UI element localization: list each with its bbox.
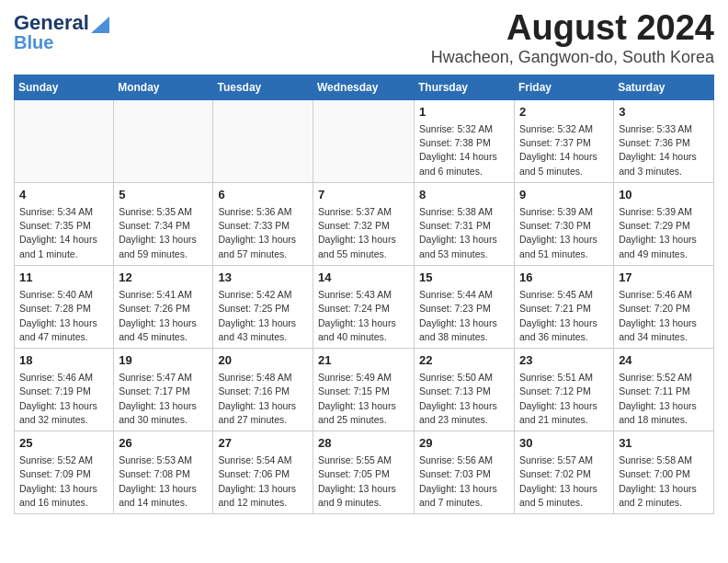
calendar-cell-6: 3Sunrise: 5:33 AM Sunset: 7:36 PM Daylig… bbox=[614, 99, 714, 182]
day-info-6: Sunrise: 5:36 AM Sunset: 7:33 PM Dayligh… bbox=[218, 205, 308, 261]
logo: General Blue bbox=[14, 13, 109, 52]
day-info-7: Sunrise: 5:37 AM Sunset: 7:32 PM Dayligh… bbox=[318, 205, 409, 261]
calendar-cell-27: 24Sunrise: 5:52 AM Sunset: 7:11 PM Dayli… bbox=[614, 348, 714, 431]
calendar-week-3: 11Sunrise: 5:40 AM Sunset: 7:28 PM Dayli… bbox=[15, 265, 714, 348]
day-number-19: 19 bbox=[119, 352, 208, 369]
day-number-1: 1 bbox=[419, 104, 509, 121]
calendar-cell-0 bbox=[15, 99, 114, 182]
calendar-cell-33: 30Sunrise: 5:57 AM Sunset: 7:02 PM Dayli… bbox=[515, 431, 614, 514]
calendar-cell-20: 17Sunrise: 5:46 AM Sunset: 7:20 PM Dayli… bbox=[614, 265, 714, 348]
calendar-title: August 2024 bbox=[431, 9, 714, 48]
day-number-24: 24 bbox=[619, 352, 709, 369]
day-info-10: Sunrise: 5:39 AM Sunset: 7:29 PM Dayligh… bbox=[619, 205, 709, 261]
page-header: General Blue August 2024 Hwacheon, Gangw… bbox=[14, 9, 714, 67]
day-number-5: 5 bbox=[119, 187, 208, 203]
day-info-18: Sunrise: 5:46 AM Sunset: 7:19 PM Dayligh… bbox=[19, 371, 108, 427]
day-info-12: Sunrise: 5:41 AM Sunset: 7:26 PM Dayligh… bbox=[119, 288, 208, 344]
day-info-3: Sunrise: 5:33 AM Sunset: 7:36 PM Dayligh… bbox=[619, 122, 709, 178]
day-info-30: Sunrise: 5:57 AM Sunset: 7:02 PM Dayligh… bbox=[519, 454, 609, 510]
calendar-table: Sunday Monday Tuesday Wednesday Thursday… bbox=[14, 75, 714, 514]
calendar-cell-17: 14Sunrise: 5:43 AM Sunset: 7:24 PM Dayli… bbox=[313, 265, 415, 348]
day-number-30: 30 bbox=[519, 435, 609, 452]
day-info-11: Sunrise: 5:40 AM Sunset: 7:28 PM Dayligh… bbox=[19, 288, 108, 344]
calendar-cell-30: 27Sunrise: 5:54 AM Sunset: 7:06 PM Dayli… bbox=[213, 431, 313, 514]
day-info-26: Sunrise: 5:53 AM Sunset: 7:08 PM Dayligh… bbox=[119, 454, 208, 510]
day-number-3: 3 bbox=[619, 104, 709, 121]
day-info-19: Sunrise: 5:47 AM Sunset: 7:17 PM Dayligh… bbox=[119, 371, 208, 427]
day-number-4: 4 bbox=[19, 187, 108, 203]
calendar-cell-12: 9Sunrise: 5:39 AM Sunset: 7:30 PM Daylig… bbox=[515, 182, 614, 265]
calendar-cell-7: 4Sunrise: 5:34 AM Sunset: 7:35 PM Daylig… bbox=[15, 182, 114, 265]
day-info-31: Sunrise: 5:58 AM Sunset: 7:00 PM Dayligh… bbox=[619, 454, 709, 510]
day-number-8: 8 bbox=[419, 187, 509, 203]
calendar-cell-10: 7Sunrise: 5:37 AM Sunset: 7:32 PM Daylig… bbox=[313, 182, 415, 265]
calendar-cell-19: 16Sunrise: 5:45 AM Sunset: 7:21 PM Dayli… bbox=[515, 265, 614, 348]
calendar-week-4: 18Sunrise: 5:46 AM Sunset: 7:19 PM Dayli… bbox=[15, 348, 714, 431]
calendar-week-2: 4Sunrise: 5:34 AM Sunset: 7:35 PM Daylig… bbox=[15, 182, 714, 265]
calendar-cell-14: 11Sunrise: 5:40 AM Sunset: 7:28 PM Dayli… bbox=[15, 265, 114, 348]
calendar-cell-25: 22Sunrise: 5:50 AM Sunset: 7:13 PM Dayli… bbox=[415, 348, 515, 431]
header-wednesday: Wednesday bbox=[313, 75, 415, 99]
day-number-10: 10 bbox=[619, 187, 709, 203]
calendar-cell-28: 25Sunrise: 5:52 AM Sunset: 7:09 PM Dayli… bbox=[15, 431, 114, 514]
calendar-cell-4: 1Sunrise: 5:32 AM Sunset: 7:38 PM Daylig… bbox=[415, 99, 515, 182]
day-number-16: 16 bbox=[519, 270, 609, 286]
day-number-25: 25 bbox=[19, 435, 108, 452]
day-number-17: 17 bbox=[619, 270, 709, 286]
day-info-1: Sunrise: 5:32 AM Sunset: 7:38 PM Dayligh… bbox=[419, 122, 509, 178]
header-monday: Monday bbox=[114, 75, 213, 99]
header-saturday: Saturday bbox=[614, 75, 714, 99]
day-number-13: 13 bbox=[218, 270, 308, 286]
day-info-25: Sunrise: 5:52 AM Sunset: 7:09 PM Dayligh… bbox=[19, 454, 108, 510]
day-number-11: 11 bbox=[19, 270, 108, 286]
calendar-cell-3 bbox=[313, 99, 415, 182]
day-number-2: 2 bbox=[519, 104, 609, 121]
day-number-26: 26 bbox=[119, 435, 208, 452]
day-info-17: Sunrise: 5:46 AM Sunset: 7:20 PM Dayligh… bbox=[619, 288, 709, 344]
day-number-21: 21 bbox=[318, 352, 409, 369]
calendar-cell-32: 29Sunrise: 5:56 AM Sunset: 7:03 PM Dayli… bbox=[415, 431, 515, 514]
calendar-cell-2 bbox=[213, 99, 313, 182]
svg-marker-0 bbox=[91, 17, 109, 33]
day-number-18: 18 bbox=[19, 352, 108, 369]
day-info-29: Sunrise: 5:56 AM Sunset: 7:03 PM Dayligh… bbox=[419, 454, 509, 510]
logo-text-blue: Blue bbox=[14, 33, 53, 52]
calendar-week-1: 1Sunrise: 5:32 AM Sunset: 7:38 PM Daylig… bbox=[15, 99, 714, 182]
calendar-cell-26: 23Sunrise: 5:51 AM Sunset: 7:12 PM Dayli… bbox=[515, 348, 614, 431]
day-number-28: 28 bbox=[318, 435, 409, 452]
day-number-27: 27 bbox=[218, 435, 308, 452]
day-info-20: Sunrise: 5:48 AM Sunset: 7:16 PM Dayligh… bbox=[218, 371, 308, 427]
day-info-23: Sunrise: 5:51 AM Sunset: 7:12 PM Dayligh… bbox=[519, 371, 609, 427]
day-info-13: Sunrise: 5:42 AM Sunset: 7:25 PM Dayligh… bbox=[218, 288, 308, 344]
day-info-2: Sunrise: 5:32 AM Sunset: 7:37 PM Dayligh… bbox=[519, 122, 609, 178]
logo-icon bbox=[91, 13, 109, 33]
day-info-21: Sunrise: 5:49 AM Sunset: 7:15 PM Dayligh… bbox=[318, 371, 409, 427]
calendar-cell-1 bbox=[114, 99, 213, 182]
day-info-8: Sunrise: 5:38 AM Sunset: 7:31 PM Dayligh… bbox=[419, 205, 509, 261]
calendar-cell-13: 10Sunrise: 5:39 AM Sunset: 7:29 PM Dayli… bbox=[614, 182, 714, 265]
header-friday: Friday bbox=[515, 75, 614, 99]
day-info-15: Sunrise: 5:44 AM Sunset: 7:23 PM Dayligh… bbox=[419, 288, 509, 344]
day-number-9: 9 bbox=[519, 187, 609, 203]
logo-text-general: General bbox=[14, 13, 89, 33]
calendar-cell-16: 13Sunrise: 5:42 AM Sunset: 7:25 PM Dayli… bbox=[213, 265, 313, 348]
calendar-cell-11: 8Sunrise: 5:38 AM Sunset: 7:31 PM Daylig… bbox=[415, 182, 515, 265]
calendar-cell-23: 20Sunrise: 5:48 AM Sunset: 7:16 PM Dayli… bbox=[213, 348, 313, 431]
day-number-20: 20 bbox=[218, 352, 308, 369]
day-number-31: 31 bbox=[619, 435, 709, 452]
day-number-15: 15 bbox=[419, 270, 509, 286]
calendar-cell-22: 19Sunrise: 5:47 AM Sunset: 7:17 PM Dayli… bbox=[114, 348, 213, 431]
calendar-week-5: 25Sunrise: 5:52 AM Sunset: 7:09 PM Dayli… bbox=[15, 431, 714, 514]
day-number-14: 14 bbox=[318, 270, 409, 286]
day-info-28: Sunrise: 5:55 AM Sunset: 7:05 PM Dayligh… bbox=[318, 454, 409, 510]
calendar-subtitle: Hwacheon, Gangwon-do, South Korea bbox=[431, 48, 714, 67]
day-number-23: 23 bbox=[519, 352, 609, 369]
day-number-6: 6 bbox=[218, 187, 308, 203]
calendar-cell-21: 18Sunrise: 5:46 AM Sunset: 7:19 PM Dayli… bbox=[15, 348, 114, 431]
day-info-24: Sunrise: 5:52 AM Sunset: 7:11 PM Dayligh… bbox=[619, 371, 709, 427]
calendar-header-row: Sunday Monday Tuesday Wednesday Thursday… bbox=[15, 75, 714, 99]
day-number-12: 12 bbox=[119, 270, 208, 286]
day-info-16: Sunrise: 5:45 AM Sunset: 7:21 PM Dayligh… bbox=[519, 288, 609, 344]
calendar-title-section: August 2024 Hwacheon, Gangwon-do, South … bbox=[431, 9, 714, 67]
header-sunday: Sunday bbox=[15, 75, 114, 99]
